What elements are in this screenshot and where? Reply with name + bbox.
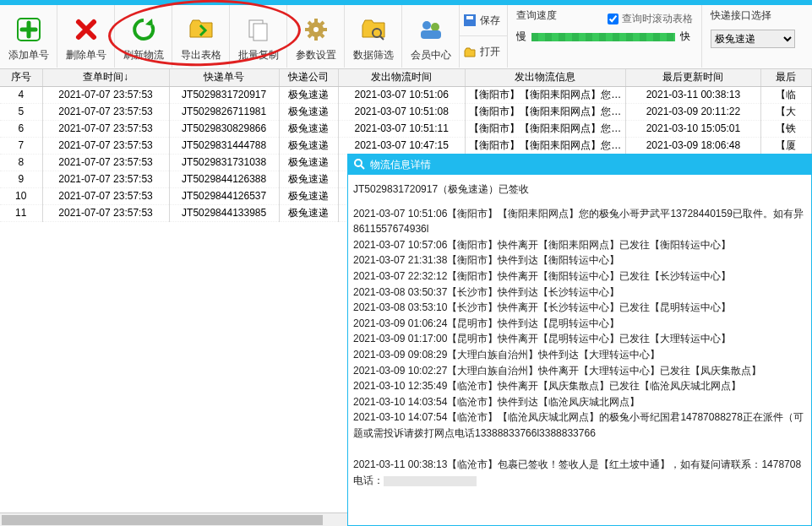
col-header[interactable]: 快递公司 <box>279 69 338 86</box>
col-header[interactable]: 最后 <box>760 69 811 86</box>
tracking-line: 2021-03-11 00:38:13【临沧市】包裹已签收！签收人是【红土坡中通… <box>353 457 806 473</box>
tracking-line: 2021-03-08 03:53:10【长沙市】快件离开【长沙转运中心】已发往【… <box>353 300 806 316</box>
svg-point-6 <box>422 21 431 30</box>
scroll-checkbox[interactable]: 查询时滚动表格 <box>608 8 693 30</box>
save-icon <box>463 14 477 27</box>
slow-label: 慢 <box>516 30 526 44</box>
table-row[interactable]: 62021-07-07 23:57:53JT5029830829866极兔速递2… <box>0 120 812 137</box>
svg-point-7 <box>431 23 439 31</box>
tracking-line: 2021-03-09 01:17:00【昆明市】快件离开【昆明转运中心】已发往【… <box>353 331 806 347</box>
delete-button[interactable]: 删除单号 <box>57 5 115 68</box>
tracking-line: 题或需投诉请拨打网点电话13388833766l3388833766 <box>353 426 806 442</box>
svg-point-4 <box>313 27 319 32</box>
svg-rect-2 <box>253 24 267 41</box>
svg-rect-8 <box>421 30 441 39</box>
speed-slider[interactable] <box>531 33 675 41</box>
tracking-line: 2021-03-09 09:08:29【大理白族自治州】快件到达【大理转运中心】 <box>353 347 806 363</box>
table-row[interactable]: 52021-07-07 23:57:53JT5029826711981极兔速递2… <box>0 103 812 120</box>
batch-copy-button[interactable]: 批量复制 <box>230 5 287 68</box>
tel-label: 电话： <box>353 474 384 486</box>
plus-icon <box>15 16 42 43</box>
export-button[interactable]: 导出表格 <box>172 5 230 68</box>
tracking-line <box>353 442 806 458</box>
tracking-line: 2021-03-09 01:06:24【昆明市】快件到达【昆明转运中心】 <box>353 316 806 332</box>
interface-panel: 快递接口选择 极兔速递 <box>702 5 804 68</box>
folder-search-icon <box>360 16 387 43</box>
gear-icon <box>302 16 330 43</box>
tracking-line: 2021-03-10 12:35:49【临沧市】快件离开【凤庆集散点】已发往【临… <box>353 378 806 394</box>
x-icon <box>73 16 100 43</box>
col-header[interactable]: 最后更新时间 <box>625 69 760 86</box>
tracking-line: 2021-03-07 10:51:06【衡阳市】【衡阳耒阳网点】您的极兔小哥尹武… <box>353 206 806 222</box>
speed-title: 查询速度 <box>516 8 557 23</box>
refresh-icon <box>130 16 157 43</box>
table-row[interactable]: 42021-07-07 23:57:53JT5029831720917极兔速递2… <box>0 86 812 103</box>
tracking-line: 8611557674936l <box>353 221 806 237</box>
courier-select[interactable]: 极兔速递 <box>711 30 795 48</box>
col-header[interactable]: 快递单号 <box>169 69 279 86</box>
detail-panel: 物流信息详情 JT5029831720917（极兔速递）已签收 2021-03-… <box>347 154 812 526</box>
col-header[interactable]: 发出物流时间 <box>338 69 465 86</box>
svg-rect-10 <box>466 16 473 19</box>
tracking-line: 2021-03-10 14:07:54【临沧市】【临沧凤庆城北网点】的极兔小哥纪… <box>353 409 806 426</box>
main-toolbar: 添加单号 删除单号 刷新物流 导出表格 批量复制 参数设置 数据筛选 <box>0 5 812 69</box>
copy-icon <box>245 16 272 43</box>
tracking-line: 2021-03-09 10:02:27【大理白族自治州】快件离开【大理转运中心】… <box>353 363 806 379</box>
people-icon <box>417 16 444 43</box>
fast-label: 快 <box>680 30 690 44</box>
table-row[interactable]: 72021-07-07 23:57:53JT5029831444788极兔速递2… <box>0 137 812 154</box>
open-button[interactable]: 打开 <box>460 36 507 68</box>
col-header[interactable]: 查单时间↓ <box>42 69 169 86</box>
refresh-button[interactable]: 刷新物流 <box>115 5 172 68</box>
save-button[interactable]: 保存 <box>460 5 507 36</box>
member-button[interactable]: 会员中心 <box>402 5 460 68</box>
magnify-icon <box>353 158 365 172</box>
tracking-line: 2021-03-07 21:31:38【衡阳市】快件到达【衡阳转运中心】 <box>353 252 806 268</box>
redacted-phone <box>384 476 477 486</box>
tracking-line: 2021-03-07 10:57:06【衡阳市】快件离开【衡阳耒阳网点】已发往【… <box>353 237 806 253</box>
iface-title: 快递接口选择 <box>711 8 795 23</box>
settings-button[interactable]: 参数设置 <box>287 5 345 68</box>
filter-button[interactable]: 数据筛选 <box>345 5 402 68</box>
detail-body: JT5029831720917（极兔速递）已签收 2021-03-07 10:5… <box>348 175 811 495</box>
col-header[interactable]: 发出物流信息 <box>465 69 625 86</box>
open-icon <box>463 46 477 59</box>
col-header[interactable]: 序号 <box>0 69 42 86</box>
folder-arrow-icon <box>188 16 215 43</box>
detail-title: 物流信息详情 <box>370 158 431 172</box>
detail-titlebar[interactable]: 物流信息详情 <box>348 155 811 175</box>
add-button[interactable]: 添加单号 <box>0 5 57 68</box>
svg-point-11 <box>355 160 362 166</box>
detail-signature: JT5029831720917（极兔速递）已签收 <box>353 182 806 198</box>
tracking-line: 2021-03-08 03:50:37【长沙市】快件到达【长沙转运中心】 <box>353 285 806 301</box>
tracking-line: 2021-03-07 22:32:12【衡阳市】快件离开【衡阳转运中心】已发往【… <box>353 268 806 285</box>
tracking-line: 2021-03-10 14:03:54【临沧市】快件到达【临沧凤庆城北网点】 <box>353 394 806 410</box>
speed-panel: 查询速度 查询时滚动表格 慢 快 <box>508 5 702 68</box>
